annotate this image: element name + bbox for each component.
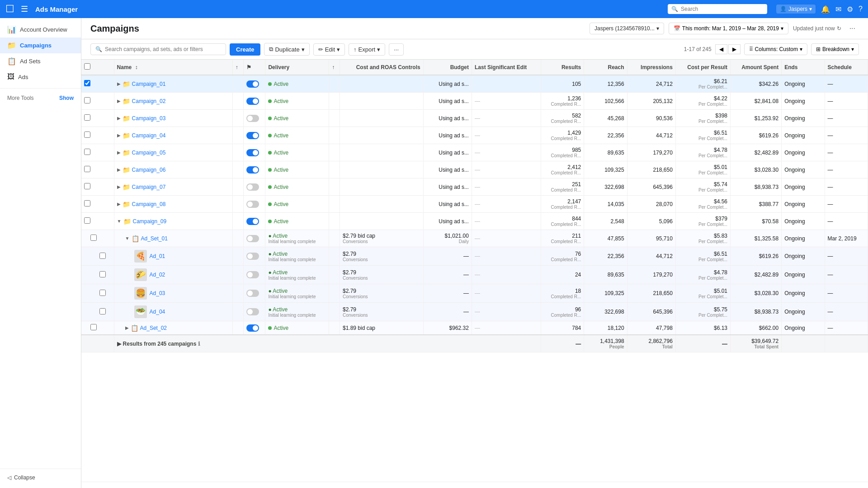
results-header[interactable]: Results [541,60,584,75]
duplicate-button[interactable]: ⧉ Duplicate ▾ [264,43,309,56]
campaign-name-link[interactable]: Campaign_08 [132,201,166,207]
row-checkbox[interactable] [84,217,90,224]
ad-name-link[interactable]: Ad_04 [150,309,165,315]
more-tools[interactable]: More Tools Show [0,92,81,104]
row-checkbox[interactable] [84,200,90,206]
sidebar-item-ads[interactable]: 🖼 Ads [0,69,81,84]
search-input[interactable] [681,6,764,12]
schedule-header[interactable]: Schedule [825,60,868,75]
adset-name-link[interactable]: Ad_Set_01 [141,235,168,242]
hamburger-icon[interactable]: ☰ [21,4,28,14]
name-header[interactable]: Name ↕ [114,60,232,75]
campaign-toggle[interactable] [246,218,259,225]
campaign-name-link[interactable]: Campaign_07 [132,184,166,190]
edit-button[interactable]: ✏ Edit ▾ [313,43,345,56]
row-checkbox[interactable] [84,131,90,138]
cost-per-result-header[interactable]: Cost per Result [675,60,730,75]
cost-roas-header[interactable]: Cost and ROAS Controls [340,60,423,75]
ad-name-link[interactable]: Ad_02 [150,272,165,278]
campaigns-table-container[interactable]: Name ↕ ↑ ⚑ Delivery ↑ Cost and ROAS Cont… [81,60,868,482]
more-actions-button[interactable]: ··· [389,43,404,56]
horizontal-scrollbar[interactable] [81,482,868,488]
row-checkbox[interactable] [99,308,106,314]
ad-toggle[interactable] [246,271,259,278]
columns-button[interactable]: ⠿ Columns: Custom ▾ [744,43,807,55]
account-selector[interactable]: Jaspers (12345678910... ▾ [590,23,664,34]
breakdown-button[interactable]: ⊞ Breakdown ▾ [811,43,859,55]
campaign-toggle[interactable] [246,149,259,156]
select-all-header[interactable] [81,60,114,75]
campaign-toggle[interactable] [246,80,259,88]
row-checkbox-cell[interactable] [81,93,114,110]
row-checkbox[interactable] [99,290,106,296]
row-checkbox[interactable] [84,97,90,103]
row-checkbox[interactable] [90,324,97,330]
row-checkbox[interactable] [84,80,90,86]
campaign-toggle[interactable] [246,98,259,105]
date-range-picker[interactable]: 📅 This month: Mar 1, 2019 – Mar 28, 2019… [669,23,788,34]
budget-header[interactable]: Budget [423,60,472,75]
delivery-header[interactable]: Delivery [265,60,329,75]
collapse-button[interactable]: ◁ Collapse [0,469,81,484]
sort-col2[interactable]: ⚑ [243,60,265,75]
prev-page-button[interactable]: ◀ [715,44,727,54]
ends-header[interactable]: Ends [782,60,825,75]
ad-toggle[interactable] [246,290,259,297]
user-account-badge[interactable]: 👤 Jaspers ▾ [776,5,816,14]
row-checkbox[interactable] [99,253,106,259]
campaign-name-cell[interactable]: ▶ 📁 Campaign_02 [114,93,232,110]
settings-icon[interactable]: ⚙ [847,5,853,14]
row-checkbox[interactable] [90,235,97,241]
ad-toggle[interactable] [246,253,259,260]
row-checkbox-cell[interactable] [81,75,114,93]
campaign-toggle[interactable] [246,115,259,122]
messages-icon[interactable]: ✉ [835,5,841,14]
page-more-options[interactable]: ··· [846,23,859,34]
notifications-icon[interactable]: 🔔 [821,5,830,14]
row-checkbox[interactable] [84,114,90,121]
campaign-name-cell[interactable]: ▶ 📁 Campaign_01 [114,75,232,93]
sidebar-item-campaigns[interactable]: 📁 Campaigns [0,38,81,53]
info-icon[interactable]: ℹ [198,341,200,347]
adset-toggle[interactable] [246,324,259,332]
expand-arrow-icon[interactable]: ▶ [117,202,121,206]
next-page-button[interactable]: ▶ [728,44,741,54]
campaign-toggle[interactable] [246,166,259,174]
campaign-name-link[interactable]: Campaign_06 [132,167,166,173]
campaign-search-input[interactable] [105,46,221,52]
row-checkbox[interactable] [84,183,90,189]
ad-name-link[interactable]: Ad_03 [150,290,165,296]
campaign-name-link[interactable]: Campaign_09 [133,218,167,225]
campaign-name-link[interactable]: Campaign_04 [132,132,166,139]
expand-arrow-icon[interactable]: ▶ [117,184,121,189]
campaign-name-link[interactable]: Campaign_05 [132,150,166,156]
expand-arrow-icon[interactable]: ▶ [117,150,121,155]
expand-arrow-icon[interactable]: ▼ [125,236,130,241]
expand-arrow-icon[interactable]: ▶ [117,116,121,121]
impressions-header[interactable]: Impressions [627,60,675,75]
reach-header[interactable]: Reach [584,60,627,75]
sort-col3[interactable]: ↑ [329,60,340,75]
expand-footer-icon[interactable]: ▶ [117,341,121,347]
sort-col1[interactable]: ↑ [232,60,243,75]
campaign-name-link[interactable]: Campaign_02 [132,98,166,104]
expand-arrow-icon[interactable]: ▼ [117,219,122,224]
amount-spent-header[interactable]: Amount Spent [730,60,781,75]
sidebar-item-account-overview[interactable]: 📊 Account Overview [0,22,81,38]
select-all-checkbox[interactable] [84,63,90,70]
row-checkbox[interactable] [84,166,90,172]
create-button[interactable]: Create [230,43,260,56]
help-icon[interactable]: ? [859,5,863,13]
refresh-icon[interactable]: ↻ [837,25,841,32]
export-button[interactable]: ↑ Export ▾ [349,43,385,56]
adset-name-link[interactable]: Ad_Set_02 [140,325,167,331]
expand-arrow-icon[interactable]: ▶ [117,99,121,103]
ad-toggle[interactable] [246,308,259,315]
sidebar-item-ad-sets[interactable]: 📋 Ad Sets [0,53,81,69]
adset-toggle[interactable] [246,235,259,242]
last-edit-header[interactable]: Last Significant Edit [472,60,541,75]
expand-arrow-icon[interactable]: ▶ [117,167,121,172]
expand-arrow-icon[interactable]: ▶ [117,133,121,138]
campaign-toggle[interactable] [246,201,259,208]
expand-arrow-icon[interactable]: ▶ [125,325,129,330]
